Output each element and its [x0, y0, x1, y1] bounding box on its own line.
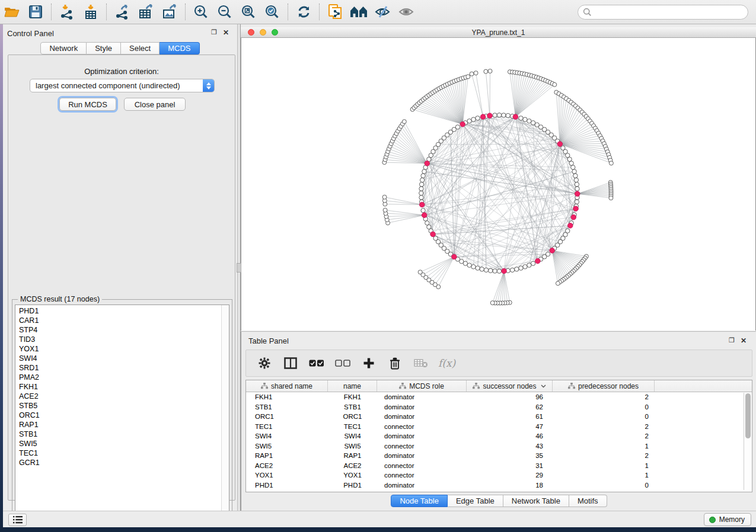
table-row[interactable]: STB1STB1dominator620: [246, 402, 741, 412]
cell-name: SWI4: [328, 432, 377, 440]
tab-node-table[interactable]: Node Table: [391, 495, 448, 507]
close-panel-button[interactable]: Close panel: [124, 98, 186, 111]
mcds-result-item[interactable]: TEC1: [19, 448, 229, 458]
mcds-result-item[interactable]: STB1: [19, 430, 229, 439]
import-table-button[interactable]: [79, 2, 103, 22]
cell-successor_nodes: 46: [467, 432, 553, 440]
open-file-button[interactable]: [0, 2, 24, 22]
export-image-button[interactable]: [158, 2, 181, 22]
table-vertical-scrollbar[interactable]: [744, 393, 751, 490]
hide-selected-button[interactable]: [371, 2, 394, 22]
mcds-result-item[interactable]: PHD1: [19, 306, 229, 316]
table-row[interactable]: SWI5SWI5connector431: [246, 441, 741, 451]
clone-network-button[interactable]: [323, 2, 347, 22]
mcds-result-list[interactable]: PHD1CAR1STP4TID3YOX1SWI4SRD1PMA2FKH1ACE2…: [15, 305, 229, 517]
tab-network-table[interactable]: Network Table: [503, 495, 569, 507]
tab-style[interactable]: Style: [87, 42, 121, 55]
column-header-MCDS-role[interactable]: MCDS role: [377, 380, 467, 392]
table-row[interactable]: YOX1YOX1connector291: [246, 470, 741, 480]
zoom-in-button[interactable]: [189, 2, 213, 22]
first-neighbors-button[interactable]: [347, 2, 371, 22]
search-input[interactable]: [592, 7, 748, 18]
table-row[interactable]: ORC1ORC1dominator610: [246, 412, 741, 422]
mcds-result-item[interactable]: RAP1: [19, 420, 229, 430]
table-panel: Table Panel ❐ ✕: [241, 331, 756, 511]
table-body[interactable]: FKH1FKH1dominator962STB1STB1dominator620…: [246, 392, 741, 491]
network-window-titlebar[interactable]: YPA_prune.txt_1: [241, 27, 756, 38]
column-header-successor-nodes[interactable]: successor nodes: [467, 380, 553, 392]
zoom-selected-button[interactable]: [260, 2, 284, 22]
show-columns-button[interactable]: [282, 353, 299, 373]
zoom-fit-icon: [241, 4, 256, 20]
float-table-panel-button[interactable]: ❐: [729, 336, 735, 345]
mcds-result-item[interactable]: TID3: [19, 335, 229, 344]
mcds-result-item[interactable]: GCR1: [19, 458, 229, 467]
save-session-button[interactable]: [24, 2, 47, 22]
sort-indicator-icon: [541, 384, 546, 388]
mcds-result-item[interactable]: STP4: [19, 325, 229, 335]
select-all-button[interactable]: [308, 353, 326, 373]
toolbar-separator: [106, 4, 107, 20]
cell-shared_name: YOX1: [246, 472, 328, 479]
mcds-result-item[interactable]: PMA2: [19, 373, 229, 382]
plus-icon: [363, 357, 375, 369]
delete-table-button[interactable]: [412, 353, 430, 373]
mcds-result-item[interactable]: SWI5: [19, 439, 229, 448]
float-panel-button[interactable]: ❐: [211, 28, 217, 37]
add-column-button[interactable]: [360, 353, 378, 373]
table-row[interactable]: SWI4SWI4dominator462: [246, 431, 741, 441]
delete-column-button[interactable]: [386, 353, 404, 373]
mcds-result-item[interactable]: YOX1: [19, 344, 229, 354]
deselect-all-button[interactable]: [334, 353, 352, 373]
function-builder-button[interactable]: f(x): [438, 357, 455, 369]
table-row[interactable]: PHD1PHD1dominator180: [246, 480, 741, 491]
tab-motifs[interactable]: Motifs: [569, 495, 607, 507]
task-history-button[interactable]: [8, 514, 27, 526]
run-mcds-button[interactable]: Run MCDS: [59, 98, 116, 111]
cell-mcds_role: connector: [377, 443, 467, 450]
optimization-criterion-select[interactable]: largest connected component (undirected): [30, 79, 215, 92]
table-settings-button[interactable]: [256, 353, 273, 373]
column-header-predecessor-nodes[interactable]: predecessor nodes: [553, 380, 655, 392]
column-type-icon: [399, 383, 406, 389]
import-network-icon: [59, 4, 75, 20]
table-panel-title: Table Panel: [248, 336, 289, 345]
tab-select[interactable]: Select: [121, 42, 160, 55]
import-network-button[interactable]: [55, 2, 79, 22]
splitter-grip[interactable]: [237, 263, 241, 273]
mcds-result-item[interactable]: STB5: [19, 401, 229, 411]
close-table-panel-button[interactable]: ✕: [741, 336, 747, 345]
mcds-result-item[interactable]: ORC1: [19, 411, 229, 420]
mcds-result-item[interactable]: CAR1: [19, 316, 229, 325]
network-canvas[interactable]: [241, 38, 755, 331]
mcds-result-item[interactable]: FKH1: [19, 382, 229, 392]
toolbar-separator: [185, 4, 186, 20]
zoom-out-button[interactable]: [213, 2, 237, 22]
tab-mcds[interactable]: MCDS: [160, 42, 199, 55]
table-row[interactable]: RAP1RAP1dominator352: [246, 451, 741, 461]
tab-edge-table[interactable]: Edge Table: [448, 495, 503, 507]
refresh-button[interactable]: [292, 2, 315, 22]
tab-network[interactable]: Network: [40, 42, 87, 55]
table-row[interactable]: FKH1FKH1dominator962: [246, 392, 741, 402]
table-row[interactable]: ACE2ACE2connector311: [246, 461, 741, 471]
mcds-result-item[interactable]: SRD1: [19, 363, 229, 373]
cell-shared_name: PHD1: [246, 482, 328, 489]
cell-shared_name: SWI4: [246, 432, 328, 440]
close-panel-x-button[interactable]: ✕: [223, 28, 229, 37]
mcds-list-scrollbar[interactable]: [221, 305, 229, 516]
column-header-name[interactable]: name: [328, 380, 377, 392]
scrollbar-thumb[interactable]: [745, 393, 751, 438]
mcds-result-item[interactable]: ACE2: [19, 392, 229, 401]
show-all-button[interactable]: [394, 2, 418, 22]
column-header-shared-name[interactable]: shared name: [246, 380, 328, 392]
export-network-button[interactable]: [110, 2, 134, 22]
export-table-button[interactable]: [134, 2, 158, 22]
memory-button[interactable]: Memory: [704, 513, 751, 526]
table-row[interactable]: TEC1TEC1connector472: [246, 422, 741, 432]
zoom-fit-button[interactable]: [237, 2, 260, 22]
mcds-result-item[interactable]: SWI4: [19, 354, 229, 363]
import-table-icon: [83, 4, 98, 20]
network-view[interactable]: [241, 38, 756, 331]
toolbar-separator: [319, 4, 320, 20]
